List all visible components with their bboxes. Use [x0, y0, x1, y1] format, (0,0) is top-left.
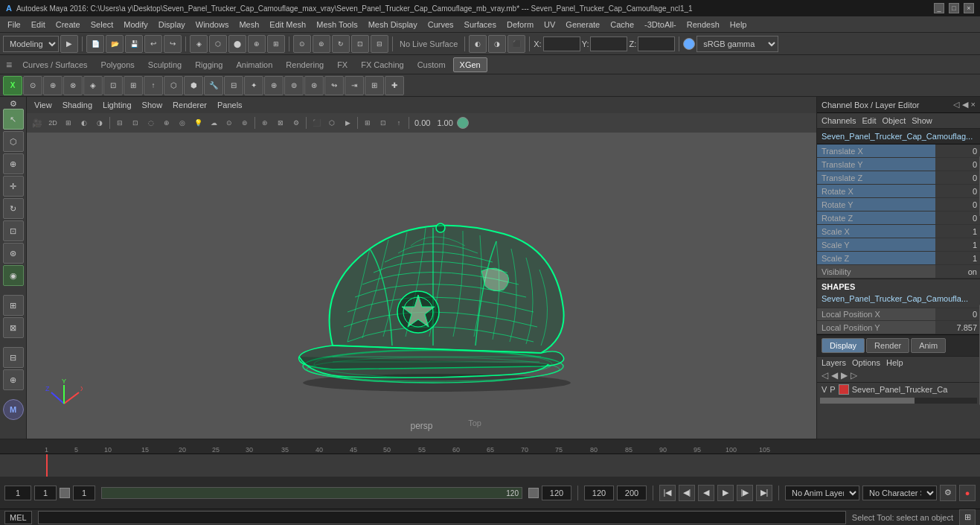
menu-deform[interactable]: Deform	[502, 19, 538, 31]
icon5-btn[interactable]: ◈	[83, 76, 103, 95]
timeline-track[interactable]	[0, 454, 980, 477]
wireframe-btn[interactable]: ⊞	[61, 115, 76, 130]
vp-menu-view[interactable]: View	[30, 99, 57, 111]
end-frame-input[interactable]	[542, 486, 571, 500]
move-btn[interactable]: ⊚	[313, 35, 330, 53]
menu-help[interactable]: Help	[726, 19, 752, 31]
icon4-btn[interactable]: ⊗	[63, 76, 83, 95]
menu-surfaces[interactable]: Surfaces	[460, 19, 501, 31]
lighting-btn[interactable]: 💡	[190, 115, 205, 130]
current-frame-input[interactable]	[34, 486, 57, 500]
resolution-btn[interactable]: ⬛	[309, 115, 324, 130]
range-end-handle[interactable]	[528, 488, 539, 498]
y-input[interactable]	[590, 36, 627, 51]
menu-windows[interactable]: Windows	[191, 19, 234, 31]
scale-y-value[interactable]: 1	[935, 238, 980, 251]
icon8-btn[interactable]: ↑	[144, 76, 163, 95]
aa-btn[interactable]: ⊙	[222, 115, 237, 130]
component-btn[interactable]: ⊡	[376, 115, 391, 130]
help-menu-layers[interactable]: Help	[886, 358, 903, 367]
menu-uv[interactable]: UV	[539, 19, 560, 31]
layer-scrollbar-track[interactable]	[820, 398, 977, 404]
tb-icon-1[interactable]: ▶	[60, 35, 78, 53]
menu-edit[interactable]: Edit	[27, 19, 50, 31]
local-pos-x-value[interactable]: 0	[935, 308, 980, 320]
region-btn[interactable]: ⬡	[324, 115, 339, 130]
wireframe-on-shade-btn[interactable]: ⊡	[128, 115, 143, 130]
shaded-wire-btn[interactable]: ◑	[92, 115, 107, 130]
visibility-value[interactable]: on	[935, 265, 980, 278]
paint-btn[interactable]: ⬤	[228, 35, 246, 53]
icon12-btn[interactable]: ⊟	[224, 76, 243, 95]
maya-icon-btn[interactable]: M	[3, 399, 24, 420]
menu-create[interactable]: Create	[51, 19, 85, 31]
snapping-btn[interactable]: ⊠	[3, 317, 24, 338]
color-space-icon[interactable]	[683, 38, 695, 50]
cb-icon3[interactable]: ×	[971, 100, 976, 109]
step-back-btn[interactable]: ◀|	[679, 485, 695, 501]
display-smooth-btn[interactable]: ◎	[175, 115, 190, 130]
visibility-row[interactable]: Visibility on	[817, 265, 980, 279]
vp-menu-panels[interactable]: Panels	[213, 99, 247, 111]
play-back-btn[interactable]: ◀	[698, 485, 714, 501]
open-scene-btn[interactable]: 📂	[106, 35, 124, 53]
redo-btn[interactable]: ↪	[164, 35, 182, 53]
cb-object[interactable]: Object	[882, 116, 906, 125]
menu-modify[interactable]: Modify	[119, 19, 152, 31]
grid-btn[interactable]: ⊞	[3, 295, 24, 316]
skip-to-start-btn[interactable]: |◀	[659, 485, 676, 501]
scale-z-row[interactable]: Scale Z 1	[817, 252, 980, 265]
snap-to-poly-btn[interactable]: ⊠	[273, 115, 288, 130]
undo-btn[interactable]: ↩	[144, 35, 162, 53]
camera-btn[interactable]: ⬛	[507, 35, 525, 53]
icon3-btn[interactable]: ⊕	[43, 76, 63, 95]
local-pos-x-row[interactable]: Local Position X 0	[817, 308, 980, 321]
tab-custom[interactable]: Custom	[411, 58, 452, 71]
tab-rigging[interactable]: Rigging	[189, 58, 228, 71]
shadow-btn[interactable]: ☁	[206, 115, 221, 130]
scale-btn[interactable]: ⊡	[351, 35, 369, 53]
icon10-btn[interactable]: ⬢	[184, 76, 203, 95]
menu-edit-mesh[interactable]: Edit Mesh	[265, 19, 310, 31]
tab-anim[interactable]: Anim	[911, 338, 946, 353]
camera-view-btn[interactable]: 🎥	[30, 115, 45, 130]
menu-cache[interactable]: Cache	[606, 19, 638, 31]
menu-rendesh[interactable]: Rendesh	[682, 19, 724, 31]
lasso-btn[interactable]: ⬡	[209, 35, 227, 53]
icon7-btn[interactable]: ⊞	[124, 76, 143, 95]
rotate-z-row[interactable]: Rotate Z 0	[817, 211, 980, 225]
vp-menu-shading[interactable]: Shading	[58, 99, 97, 111]
deform2-btn[interactable]: ⊕	[3, 369, 24, 390]
frame-start-num[interactable]	[584, 486, 614, 500]
color-space-dropdown[interactable]: sRGB gamma	[696, 36, 778, 52]
range-start-handle[interactable]	[60, 488, 70, 498]
translate-y-value[interactable]: 0	[935, 158, 980, 171]
cb-icon1[interactable]: ◁	[953, 100, 959, 109]
playblast-btn[interactable]: ▶	[340, 115, 355, 130]
maximize-button[interactable]: □	[949, 3, 959, 13]
rotate-x-row[interactable]: Rotate X 0	[817, 185, 980, 198]
range-end-input[interactable]	[73, 486, 95, 500]
skip-to-end-btn[interactable]: ▶|	[756, 485, 772, 501]
layer-scrollbar-thumb[interactable]	[820, 398, 915, 404]
layer-playback[interactable]: P	[830, 385, 835, 394]
icon17-btn[interactable]: ↬	[324, 76, 344, 95]
normals-btn[interactable]: ↑	[391, 115, 406, 130]
cb-show[interactable]: Show	[912, 116, 932, 125]
anim-layer-dropdown[interactable]: No Anim Layer	[785, 486, 859, 500]
layer-left-arrow2[interactable]: ◀	[831, 370, 838, 381]
icon13-btn[interactable]: ✦	[244, 76, 263, 95]
manip-btn[interactable]: ⊛	[257, 115, 272, 130]
settings-btn[interactable]: ⚙	[4, 100, 23, 107]
layer-right-arrow2[interactable]: ▷	[851, 370, 857, 381]
tab-sculpting[interactable]: Sculpting	[142, 58, 188, 71]
local-pos-y-row[interactable]: Local Position Y 7.857	[817, 321, 980, 334]
menu-mesh-display[interactable]: Mesh Display	[364, 19, 422, 31]
layer-right-arrow[interactable]: ▶	[841, 370, 848, 381]
vp-menu-show[interactable]: Show	[138, 99, 167, 111]
rotate-z-value[interactable]: 0	[935, 211, 980, 224]
soft-select-btn[interactable]: ◉	[3, 265, 24, 286]
render2-btn[interactable]: ◑	[488, 35, 506, 53]
layers-menu[interactable]: Layers	[822, 358, 846, 367]
rotate-y-value[interactable]: 0	[935, 198, 980, 211]
